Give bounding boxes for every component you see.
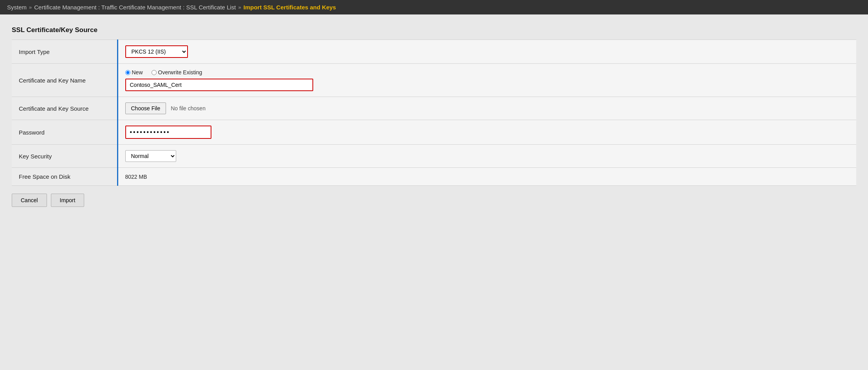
- cert-name-input[interactable]: [125, 79, 313, 91]
- cert-key-name-cell: New Overwrite Existing: [117, 64, 856, 97]
- password-cell: [117, 120, 856, 145]
- breadcrumb-middle: Certificate Management : Traffic Certifi…: [34, 4, 236, 11]
- breadcrumb-current: Import SSL Certificates and Keys: [244, 4, 336, 11]
- free-space-row: Free Space on Disk 8022 MB: [12, 168, 856, 186]
- form-table: Import Type PKCS 12 (IIS) Certificate an…: [12, 40, 856, 186]
- import-type-label: Import Type: [12, 40, 117, 64]
- password-label: Password: [12, 120, 117, 145]
- radio-overwrite-text: Overwrite Existing: [158, 69, 202, 75]
- radio-new-input[interactable]: [125, 70, 130, 75]
- footer-buttons: Cancel Import: [12, 194, 856, 207]
- free-space-label: Free Space on Disk: [12, 168, 117, 186]
- cert-source-row: Certificate and Key Source Choose File N…: [12, 97, 856, 120]
- section-title: SSL Certificate/Key Source: [12, 26, 856, 34]
- cert-key-name-label: Certificate and Key Name: [12, 64, 117, 97]
- cert-key-name-row: Certificate and Key Name New Overwrite E…: [12, 64, 856, 97]
- key-security-label: Key Security: [12, 145, 117, 168]
- choose-file-button[interactable]: Choose File: [125, 102, 166, 114]
- breadcrumb-system: System: [7, 4, 27, 11]
- password-input[interactable]: [125, 126, 211, 139]
- import-type-select[interactable]: PKCS 12 (IIS): [125, 45, 188, 58]
- radio-group: New Overwrite Existing: [125, 69, 850, 75]
- free-space-value: 8022 MB: [125, 174, 147, 180]
- radio-overwrite-label[interactable]: Overwrite Existing: [152, 69, 202, 75]
- radio-overwrite-input[interactable]: [152, 70, 157, 75]
- password-row: Password: [12, 120, 856, 145]
- radio-new-label[interactable]: New: [125, 69, 143, 75]
- cancel-button[interactable]: Cancel: [12, 194, 47, 207]
- cert-source-cell: Choose File No file chosen: [117, 97, 856, 120]
- breadcrumb-sep2: »: [238, 4, 241, 10]
- import-button[interactable]: Import: [51, 194, 85, 207]
- import-type-cell: PKCS 12 (IIS): [117, 40, 856, 64]
- import-type-row: Import Type PKCS 12 (IIS): [12, 40, 856, 64]
- key-security-row: Key Security Normal: [12, 145, 856, 168]
- cert-source-label: Certificate and Key Source: [12, 97, 117, 120]
- key-security-select[interactable]: Normal: [125, 150, 176, 162]
- radio-new-text: New: [132, 69, 143, 75]
- breadcrumb-sep1: »: [29, 4, 32, 10]
- topbar: System » Certificate Management : Traffi…: [0, 0, 868, 14]
- no-file-text: No file chosen: [171, 105, 206, 111]
- key-security-cell: Normal: [117, 145, 856, 168]
- free-space-cell: 8022 MB: [117, 168, 856, 186]
- file-input-area: Choose File No file chosen: [125, 102, 850, 114]
